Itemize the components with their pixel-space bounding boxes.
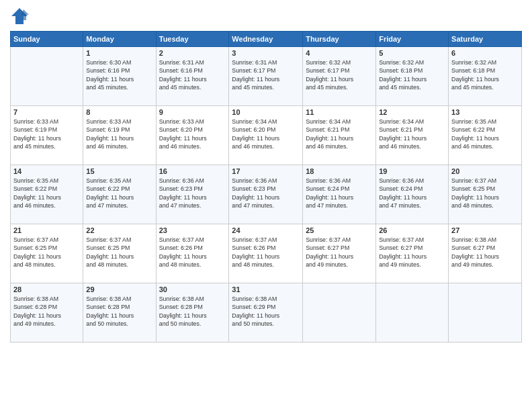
- day-info: Sunrise: 6:36 AM Sunset: 6:24 PM Dayligh…: [306, 177, 373, 210]
- day-number: 3: [232, 49, 300, 57]
- calendar-header-row: SundayMondayTuesdayWednesdayThursdayFrid…: [11, 32, 522, 47]
- calendar-cell: 7Sunrise: 6:33 AM Sunset: 6:19 PM Daylig…: [11, 106, 83, 165]
- day-info: Sunrise: 6:34 AM Sunset: 6:20 PM Dayligh…: [232, 118, 300, 150]
- col-header-saturday: Saturday: [449, 32, 522, 47]
- day-info: Sunrise: 6:35 AM Sunset: 6:22 PM Dayligh…: [86, 177, 152, 210]
- calendar-cell: 29Sunrise: 6:38 AM Sunset: 6:28 PM Dayli…: [83, 283, 156, 342]
- day-info: Sunrise: 6:37 AM Sunset: 6:26 PM Dayligh…: [232, 236, 300, 269]
- day-info: Sunrise: 6:34 AM Sunset: 6:21 PM Dayligh…: [306, 118, 373, 150]
- day-number: 10: [232, 108, 300, 116]
- day-number: 23: [159, 226, 226, 234]
- logo-icon: [10, 7, 29, 26]
- day-info: Sunrise: 6:30 AM Sunset: 6:16 PM Dayligh…: [86, 58, 152, 91]
- week-row-4: 28Sunrise: 6:38 AM Sunset: 6:28 PM Dayli…: [11, 283, 522, 342]
- calendar-cell: 16Sunrise: 6:36 AM Sunset: 6:23 PM Dayli…: [156, 165, 229, 224]
- day-number: 27: [451, 226, 519, 234]
- day-info: Sunrise: 6:37 AM Sunset: 6:27 PM Dayligh…: [379, 236, 445, 269]
- calendar-cell: 2Sunrise: 6:31 AM Sunset: 6:16 PM Daylig…: [156, 47, 229, 106]
- week-row-0: 1Sunrise: 6:30 AM Sunset: 6:16 PM Daylig…: [11, 47, 522, 106]
- calendar-cell: 21Sunrise: 6:37 AM Sunset: 6:25 PM Dayli…: [11, 224, 83, 283]
- day-number: 1: [86, 49, 152, 57]
- day-number: 20: [451, 167, 519, 175]
- day-number: 2: [159, 49, 226, 57]
- calendar-cell: 17Sunrise: 6:36 AM Sunset: 6:23 PM Dayli…: [229, 165, 303, 224]
- calendar-cell: 3Sunrise: 6:31 AM Sunset: 6:17 PM Daylig…: [229, 47, 303, 106]
- calendar-cell: 27Sunrise: 6:38 AM Sunset: 6:27 PM Dayli…: [449, 224, 522, 283]
- day-number: 16: [159, 167, 226, 175]
- day-number: 24: [232, 226, 300, 234]
- calendar-cell: 12Sunrise: 6:34 AM Sunset: 6:21 PM Dayli…: [376, 106, 449, 165]
- day-info: Sunrise: 6:32 AM Sunset: 6:18 PM Dayligh…: [451, 58, 519, 91]
- day-number: 7: [13, 108, 80, 116]
- calendar-cell: 28Sunrise: 6:38 AM Sunset: 6:28 PM Dayli…: [11, 283, 83, 342]
- day-number: 9: [159, 108, 226, 116]
- calendar-cell: 31Sunrise: 6:38 AM Sunset: 6:29 PM Dayli…: [229, 283, 303, 342]
- header: [10, 7, 522, 26]
- day-info: Sunrise: 6:36 AM Sunset: 6:23 PM Dayligh…: [159, 177, 226, 210]
- day-number: 15: [86, 167, 152, 175]
- day-number: 17: [232, 167, 300, 175]
- day-number: 28: [13, 285, 80, 293]
- calendar-cell: 19Sunrise: 6:36 AM Sunset: 6:24 PM Dayli…: [376, 165, 449, 224]
- day-number: 30: [159, 285, 226, 293]
- day-info: Sunrise: 6:37 AM Sunset: 6:25 PM Dayligh…: [86, 236, 152, 269]
- day-info: Sunrise: 6:32 AM Sunset: 6:18 PM Dayligh…: [379, 58, 445, 91]
- page: SundayMondayTuesdayWednesdayThursdayFrid…: [0, 0, 532, 411]
- calendar-table: SundayMondayTuesdayWednesdayThursdayFrid…: [10, 31, 522, 342]
- calendar-cell: 1Sunrise: 6:30 AM Sunset: 6:16 PM Daylig…: [83, 47, 156, 106]
- day-info: Sunrise: 6:37 AM Sunset: 6:26 PM Dayligh…: [159, 236, 226, 269]
- day-number: 29: [86, 285, 152, 293]
- day-number: 5: [379, 49, 445, 57]
- day-number: 26: [379, 226, 445, 234]
- calendar-cell: 9Sunrise: 6:33 AM Sunset: 6:20 PM Daylig…: [156, 106, 229, 165]
- day-number: 13: [451, 108, 519, 116]
- calendar-cell: 24Sunrise: 6:37 AM Sunset: 6:26 PM Dayli…: [229, 224, 303, 283]
- calendar-cell: 25Sunrise: 6:37 AM Sunset: 6:27 PM Dayli…: [303, 224, 376, 283]
- day-number: 31: [232, 285, 300, 293]
- day-number: 14: [13, 167, 80, 175]
- day-number: 8: [86, 108, 152, 116]
- day-info: Sunrise: 6:33 AM Sunset: 6:19 PM Dayligh…: [13, 118, 80, 150]
- day-info: Sunrise: 6:34 AM Sunset: 6:21 PM Dayligh…: [379, 118, 445, 150]
- calendar-cell: 14Sunrise: 6:35 AM Sunset: 6:22 PM Dayli…: [11, 165, 83, 224]
- calendar-cell: 5Sunrise: 6:32 AM Sunset: 6:18 PM Daylig…: [376, 47, 449, 106]
- calendar-cell: 11Sunrise: 6:34 AM Sunset: 6:21 PM Dayli…: [303, 106, 376, 165]
- day-number: 21: [13, 226, 80, 234]
- day-info: Sunrise: 6:38 AM Sunset: 6:28 PM Dayligh…: [159, 295, 226, 328]
- col-header-sunday: Sunday: [11, 32, 83, 47]
- day-info: Sunrise: 6:35 AM Sunset: 6:22 PM Dayligh…: [451, 118, 519, 150]
- week-row-2: 14Sunrise: 6:35 AM Sunset: 6:22 PM Dayli…: [11, 165, 522, 224]
- calendar-cell: 8Sunrise: 6:33 AM Sunset: 6:19 PM Daylig…: [83, 106, 156, 165]
- day-info: Sunrise: 6:35 AM Sunset: 6:22 PM Dayligh…: [13, 177, 80, 210]
- calendar-cell: 4Sunrise: 6:32 AM Sunset: 6:17 PM Daylig…: [303, 47, 376, 106]
- day-info: Sunrise: 6:38 AM Sunset: 6:27 PM Dayligh…: [451, 236, 519, 269]
- day-number: 6: [451, 49, 519, 57]
- day-info: Sunrise: 6:36 AM Sunset: 6:23 PM Dayligh…: [232, 177, 300, 210]
- col-header-tuesday: Tuesday: [156, 32, 229, 47]
- day-info: Sunrise: 6:37 AM Sunset: 6:25 PM Dayligh…: [451, 177, 519, 210]
- col-header-thursday: Thursday: [303, 32, 376, 47]
- day-info: Sunrise: 6:38 AM Sunset: 6:29 PM Dayligh…: [232, 295, 300, 328]
- day-info: Sunrise: 6:32 AM Sunset: 6:17 PM Dayligh…: [306, 58, 373, 91]
- calendar-cell: 20Sunrise: 6:37 AM Sunset: 6:25 PM Dayli…: [449, 165, 522, 224]
- day-number: 11: [306, 108, 373, 116]
- col-header-monday: Monday: [83, 32, 156, 47]
- day-number: 19: [379, 167, 445, 175]
- day-number: 12: [379, 108, 445, 116]
- calendar-cell: [11, 47, 83, 106]
- calendar-cell: 30Sunrise: 6:38 AM Sunset: 6:28 PM Dayli…: [156, 283, 229, 342]
- logo: [10, 7, 32, 26]
- day-info: Sunrise: 6:38 AM Sunset: 6:28 PM Dayligh…: [86, 295, 152, 328]
- day-info: Sunrise: 6:38 AM Sunset: 6:28 PM Dayligh…: [13, 295, 80, 328]
- day-info: Sunrise: 6:31 AM Sunset: 6:16 PM Dayligh…: [159, 58, 226, 91]
- day-info: Sunrise: 6:37 AM Sunset: 6:27 PM Dayligh…: [306, 236, 373, 269]
- calendar-cell: [303, 283, 376, 342]
- calendar-cell: 10Sunrise: 6:34 AM Sunset: 6:20 PM Dayli…: [229, 106, 303, 165]
- week-row-3: 21Sunrise: 6:37 AM Sunset: 6:25 PM Dayli…: [11, 224, 522, 283]
- calendar-cell: 22Sunrise: 6:37 AM Sunset: 6:25 PM Dayli…: [83, 224, 156, 283]
- col-header-wednesday: Wednesday: [229, 32, 303, 47]
- calendar-cell: [449, 283, 522, 342]
- calendar-cell: [376, 283, 449, 342]
- day-info: Sunrise: 6:33 AM Sunset: 6:19 PM Dayligh…: [86, 118, 152, 150]
- day-number: 4: [306, 49, 373, 57]
